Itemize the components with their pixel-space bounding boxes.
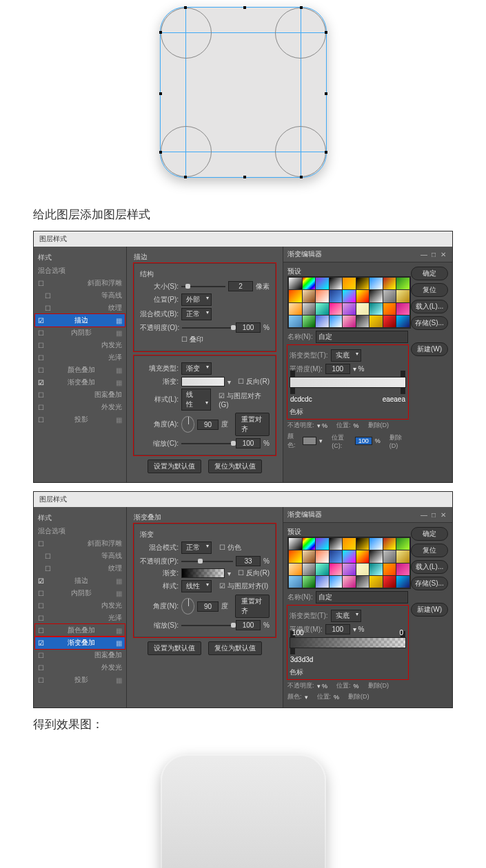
scale-slider[interactable] <box>181 443 233 444</box>
preset-swatch[interactable] <box>316 564 329 575</box>
style-stroke[interactable]: 描边▦ <box>35 575 125 587</box>
preset-swatch[interactable] <box>356 576 369 588</box>
preset-swatch[interactable] <box>396 538 409 550</box>
preset-swatch[interactable] <box>396 576 409 588</box>
grad-style-select[interactable]: 线性 <box>181 389 211 411</box>
preset-swatch[interactable] <box>343 278 356 289</box>
style-stroke[interactable]: 描边▦ <box>35 314 125 327</box>
preset-swatch[interactable] <box>330 550 343 562</box>
preset-swatch[interactable] <box>303 316 316 327</box>
preset-swatch[interactable] <box>356 303 369 315</box>
preset-swatch[interactable] <box>316 278 329 289</box>
preset-swatch[interactable] <box>343 303 356 315</box>
preset-swatch[interactable] <box>396 290 409 302</box>
preset-swatch[interactable] <box>383 278 396 289</box>
scale-slider[interactable] <box>181 625 233 626</box>
preset-swatch[interactable] <box>369 290 383 302</box>
set-default-button[interactable]: 设置为默认值 <box>148 459 201 473</box>
preset-swatch[interactable] <box>396 303 409 315</box>
position-input[interactable]: 100 <box>355 437 372 445</box>
preset-swatch[interactable] <box>383 316 396 327</box>
preset-swatch[interactable] <box>316 550 329 562</box>
preset-swatch[interactable] <box>343 550 356 562</box>
blend-select[interactable]: 正常 <box>181 541 212 554</box>
blend-options[interactable]: 混合选项 <box>35 265 125 277</box>
preset-swatch[interactable] <box>289 538 302 550</box>
gradient-bar[interactable]: 100 0 3d3d3d <box>290 637 406 648</box>
preset-swatch[interactable] <box>343 316 356 327</box>
preset-swatch[interactable] <box>289 303 302 315</box>
scale-input[interactable]: 100 <box>236 438 261 448</box>
preset-swatch[interactable] <box>369 303 383 315</box>
preset-swatch[interactable] <box>330 290 343 302</box>
preset-swatch[interactable] <box>343 290 356 302</box>
preset-swatch[interactable] <box>303 564 316 575</box>
color-stop-left[interactable] <box>290 648 295 654</box>
size-slider[interactable] <box>181 286 225 287</box>
preset-swatch[interactable] <box>383 576 396 588</box>
preset-swatch[interactable] <box>356 538 369 550</box>
preset-swatch[interactable] <box>356 290 369 302</box>
style-satin[interactable]: 光泽 <box>35 351 125 364</box>
preset-swatch[interactable] <box>369 576 383 588</box>
preset-swatch[interactable] <box>356 550 369 562</box>
preset-swatch[interactable] <box>343 538 356 550</box>
opacity-input[interactable]: 100 <box>236 322 261 333</box>
preset-swatch[interactable] <box>396 550 409 562</box>
angle-dial[interactable] <box>181 416 194 433</box>
preset-swatch[interactable] <box>343 564 356 575</box>
scale-input[interactable]: 100 <box>236 620 261 630</box>
angle-dial[interactable] <box>181 598 194 614</box>
reverse-checkbox[interactable]: 反向(R) <box>238 568 270 578</box>
preset-grid[interactable] <box>287 537 411 589</box>
preset-swatch[interactable] <box>303 278 316 289</box>
preset-swatch[interactable] <box>356 316 369 327</box>
reset-button[interactable]: 复位 <box>411 283 448 297</box>
style-gradient-overlay[interactable]: 渐变叠加▦ <box>35 376 125 389</box>
save-button[interactable]: 存储(S)... <box>411 316 448 330</box>
reset-align-button[interactable]: 重置对齐 <box>235 413 270 436</box>
preset-swatch[interactable] <box>330 278 343 289</box>
size-input[interactable]: 2 <box>228 281 253 291</box>
style-texture[interactable]: 纹理 <box>35 302 125 314</box>
maximize-icon[interactable]: □ <box>429 251 438 258</box>
preset-swatch[interactable] <box>369 550 383 562</box>
reset-default-button[interactable]: 复位为默认值 <box>208 459 262 473</box>
preset-swatch[interactable] <box>383 564 396 575</box>
preset-swatch[interactable] <box>383 550 396 562</box>
preset-swatch[interactable] <box>289 278 302 289</box>
style-color-overlay[interactable]: 颜色叠加▦ <box>35 364 125 376</box>
preset-swatch[interactable] <box>303 290 316 302</box>
preset-swatch[interactable] <box>396 316 409 327</box>
preset-swatch[interactable] <box>303 576 316 588</box>
style-gradient-overlay[interactable]: 渐变叠加▦ <box>35 637 125 649</box>
preset-swatch[interactable] <box>316 290 329 302</box>
preset-swatch[interactable] <box>343 576 356 588</box>
close-icon[interactable]: ✕ <box>438 251 448 258</box>
ok-button[interactable]: 确定 <box>411 267 448 280</box>
add-icon[interactable]: ▦ <box>116 317 122 324</box>
preset-swatch[interactable] <box>383 290 396 302</box>
preset-swatch[interactable] <box>289 564 302 575</box>
gradient-type-select[interactable]: 实底 <box>331 349 361 362</box>
preset-swatch[interactable] <box>316 316 329 327</box>
preset-swatch[interactable] <box>356 564 369 575</box>
gradient-bar[interactable]: dcdcdc eaeaea <box>290 377 406 388</box>
style-contour[interactable]: 等高线 <box>35 289 125 302</box>
opacity-slider[interactable] <box>182 327 233 329</box>
preset-swatch[interactable] <box>330 303 343 315</box>
preset-swatch[interactable] <box>289 576 302 588</box>
preset-swatch[interactable] <box>330 564 343 575</box>
preset-swatch[interactable] <box>316 538 329 550</box>
blend-select[interactable]: 正常 <box>181 308 212 320</box>
angle-input[interactable]: 90 <box>197 601 218 612</box>
style-bevel[interactable]: 斜面和浮雕 <box>35 277 125 289</box>
color-stop-left[interactable] <box>290 387 295 394</box>
preset-swatch[interactable] <box>303 538 316 550</box>
gradient-preview[interactable] <box>181 377 225 386</box>
angle-input[interactable]: 90 <box>197 420 218 430</box>
preset-swatch[interactable] <box>303 303 316 315</box>
preset-swatch[interactable] <box>369 278 383 289</box>
preset-swatch[interactable] <box>383 303 396 315</box>
preset-swatch[interactable] <box>330 316 343 327</box>
